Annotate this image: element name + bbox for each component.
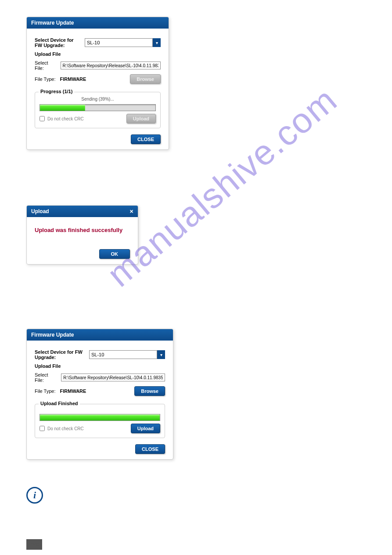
- note-text: Uploading firmware to the device does no…: [49, 496, 366, 513]
- device-select-value: SL-10: [91, 352, 104, 357]
- browse-button[interactable]: Browse: [130, 74, 161, 84]
- upload-button[interactable]: Upload: [131, 424, 160, 433]
- page-number: 268: [26, 539, 42, 550]
- progress-title: Progress (1/1): [39, 89, 74, 94]
- select-file-label: Select File:: [35, 372, 57, 383]
- panel-title: Firmware Update: [31, 20, 74, 26]
- select-device-label: Select Device for FW Upgrade:: [35, 37, 80, 48]
- file-type-value: FIRMWARE: [60, 76, 86, 82]
- crc-checkbox-label[interactable]: Do not check CRC: [40, 426, 84, 431]
- instruction-text-1: When the upload is complete, the followi…: [26, 165, 366, 170]
- crc-label-text: Do not check CRC: [47, 426, 84, 431]
- device-select[interactable]: SL-10: [89, 350, 157, 359]
- info-icon: i: [26, 487, 43, 504]
- device-select[interactable]: SL-10: [85, 38, 153, 47]
- progress-bar: [40, 104, 156, 111]
- close-button[interactable]: CLOSE: [131, 134, 161, 144]
- panel-title: Firmware Update: [31, 332, 74, 338]
- progress-title: Upload Finished: [39, 401, 80, 406]
- info-glyph: i: [33, 490, 36, 501]
- crc-checkbox[interactable]: [40, 116, 45, 121]
- upload-button[interactable]: Upload: [126, 114, 156, 123]
- instruction-text-2: Click OK. The Firmware Update window sho…: [26, 279, 366, 285]
- ok-button[interactable]: OK: [99, 249, 130, 259]
- browse-button[interactable]: Browse: [134, 386, 165, 396]
- panel-header: Firmware Update: [27, 329, 173, 341]
- upload-file-heading: Upload File: [35, 363, 61, 369]
- upload-success-message: Upload was finished succesfully: [35, 222, 130, 243]
- footer-text: SL-10 Installation and Operation Manual: [26, 550, 366, 555]
- figure-caption-203: Figure 203: Firmware update progress: [26, 153, 366, 160]
- progress-bar: [40, 414, 160, 421]
- panel-header: Upload ✕: [27, 206, 138, 217]
- close-icon[interactable]: ✕: [129, 209, 133, 214]
- close-button[interactable]: CLOSE: [135, 444, 165, 454]
- file-path-input[interactable]: [61, 62, 161, 69]
- figure-caption-205: Figure 205: Upload ended: [26, 463, 366, 469]
- crc-checkbox[interactable]: [40, 426, 45, 431]
- file-path-input[interactable]: [61, 374, 165, 381]
- note-block: i NOTE: Uploading firmware to the device…: [26, 487, 366, 513]
- chevron-down-icon[interactable]: ▾: [157, 350, 165, 359]
- chevron-down-icon[interactable]: ▾: [153, 38, 161, 47]
- select-file-label: Select File:: [35, 60, 56, 71]
- panel-header: Firmware Update: [27, 17, 169, 29]
- crc-checkbox-label[interactable]: Do not check CRC: [40, 116, 84, 121]
- upload-complete-dialog: Upload ✕ Upload was finished succesfully…: [26, 205, 138, 265]
- progress-fieldset: Upload Finished Do not check CRC Upload: [35, 404, 165, 438]
- figure-caption-204: Figure 204: Firmware update complete: [26, 268, 366, 274]
- file-type-label: File Type:: [35, 76, 56, 82]
- sending-text: Sending (39%)...: [40, 97, 156, 102]
- select-device-label: Select Device for FW Upgrade:: [35, 349, 85, 360]
- panel-title: Upload: [31, 208, 49, 214]
- file-type-value: FIRMWARE: [60, 388, 86, 394]
- crc-label-text: Do not check CRC: [47, 116, 84, 121]
- firmware-update-panel-progress: Firmware Update Select Device for FW Upg…: [26, 17, 169, 150]
- upload-file-heading: Upload File: [35, 51, 61, 57]
- note-label: NOTE:: [49, 487, 366, 496]
- progress-fieldset: Progress (1/1) Sending (39%)... Do not c…: [35, 92, 161, 128]
- progress-fill: [40, 105, 85, 111]
- device-select-value: SL-10: [87, 40, 100, 45]
- firmware-update-panel-finished: Firmware Update Select Device for FW Upg…: [26, 329, 173, 460]
- progress-fill: [40, 414, 160, 421]
- file-type-label: File Type:: [35, 388, 56, 394]
